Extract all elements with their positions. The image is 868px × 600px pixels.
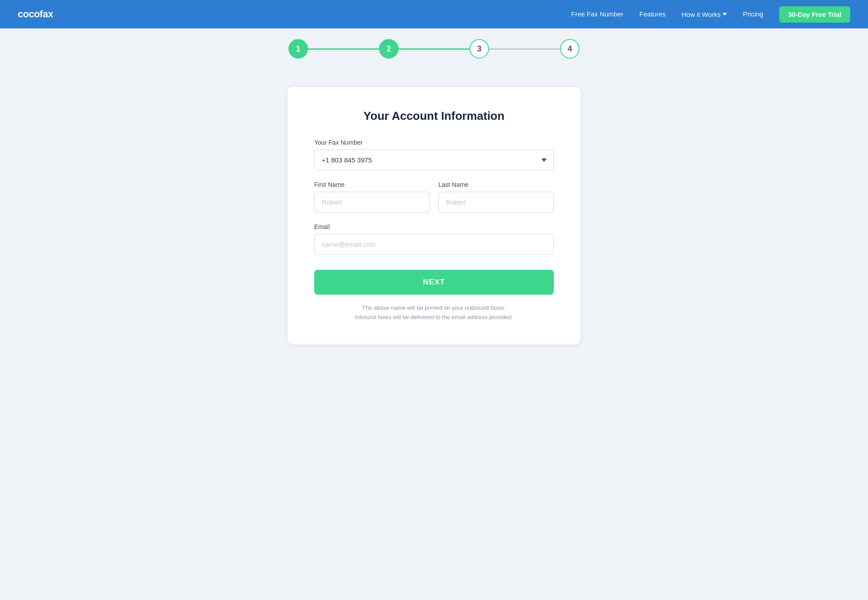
email-input[interactable] [314,234,554,255]
first-name-input[interactable] [314,192,430,213]
last-name-input[interactable] [438,192,554,213]
fax-number-label: Your Fax Number [314,139,554,146]
nav-pricing[interactable]: Pricing [743,10,763,18]
name-row: First Name Last Name [314,181,554,223]
first-name-label: First Name [314,181,430,188]
step-2[interactable]: 2 [379,39,398,59]
fax-number-group: Your Fax Number +1 803 845 3975 [314,139,554,170]
fax-number-select-wrapper: +1 803 845 3975 [314,150,554,170]
brand-logo[interactable]: cocofax [18,8,53,20]
nav-cta-button[interactable]: 30-Day Free Trial [779,6,850,23]
nav-free-fax-number[interactable]: Free Fax Number [571,10,623,18]
step-3[interactable]: 3 [470,39,489,59]
step-1[interactable]: 1 [288,39,308,59]
stepper: 1 2 3 4 [288,39,580,59]
stepper-bar: 1 2 3 4 [0,28,868,69]
step-4[interactable]: 4 [560,39,580,59]
step-line-1-2 [308,48,379,50]
navbar: cocofax Free Fax Number Features How it … [0,0,868,28]
form-card: Your Account Information Your Fax Number… [288,87,580,344]
first-name-group: First Name [314,181,430,213]
email-label: Email [314,223,554,230]
email-group: Email [314,223,554,255]
fax-number-select[interactable]: +1 803 845 3975 [314,150,554,170]
chevron-down-icon [722,13,727,16]
next-button[interactable]: NEXT [314,270,554,295]
step-line-3-4 [489,48,560,50]
last-name-group: Last Name [438,181,554,213]
step-line-2-3 [398,48,470,50]
form-title: Your Account Information [314,109,554,123]
nav-how-it-works[interactable]: How it Works [682,11,727,18]
form-footer-text: The above name will be printed on your o… [314,304,554,322]
nav-features[interactable]: Features [639,10,666,18]
last-name-label: Last Name [438,181,554,188]
main-content: Your Account Information Your Fax Number… [0,69,868,371]
